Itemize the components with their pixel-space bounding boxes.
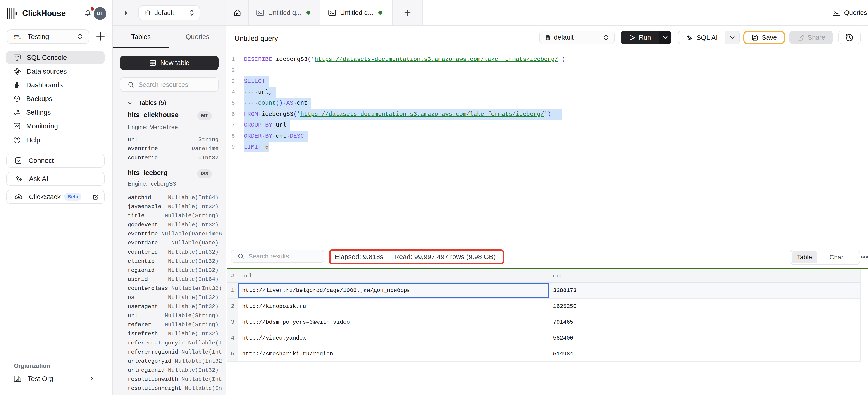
svg-text:aws: aws — [13, 34, 20, 37]
